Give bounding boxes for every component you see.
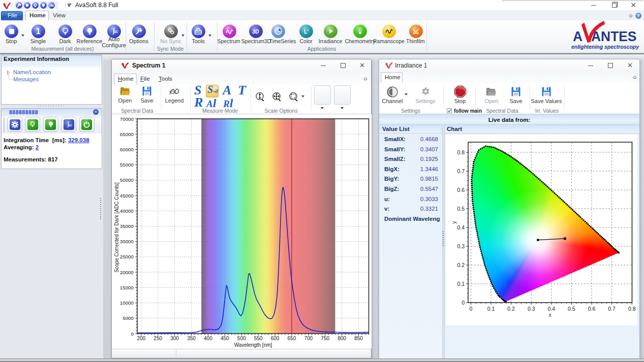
svg-text:200: 200 [137, 336, 145, 341]
svg-text:40000: 40000 [120, 208, 134, 214]
svg-text:0.3: 0.3 [528, 306, 535, 312]
svg-text:450: 450 [221, 336, 229, 341]
svg-text:0.5: 0.5 [568, 306, 575, 312]
svg-text:30000: 30000 [120, 239, 134, 244]
svg-text:0.1: 0.1 [487, 306, 495, 312]
svg-text:0.8: 0.8 [628, 306, 636, 312]
svg-text:0.7: 0.7 [457, 168, 465, 174]
svg-text:65000: 65000 [120, 131, 134, 137]
svg-text:0.4: 0.4 [547, 306, 555, 312]
svg-text:400: 400 [204, 336, 212, 341]
svg-text:0: 0 [469, 306, 472, 312]
svg-text:15000: 15000 [120, 285, 134, 290]
svg-text:45000: 45000 [120, 193, 134, 199]
svg-text:0.8: 0.8 [457, 149, 465, 155]
svg-text:600: 600 [271, 336, 280, 341]
svg-text:0.6: 0.6 [588, 306, 596, 312]
svg-text:800: 800 [338, 336, 346, 341]
svg-text:50000: 50000 [120, 177, 134, 183]
svg-text:750: 750 [321, 336, 329, 341]
svg-text:Wavelength [nm]: Wavelength [nm] [234, 342, 272, 348]
svg-text:ac: ac [113, 29, 118, 34]
svg-text:0.2: 0.2 [507, 306, 515, 312]
svg-text:0: 0 [131, 331, 134, 337]
svg-text:5000: 5000 [122, 315, 134, 321]
svg-text:Scope Corrected for Dark [ADC: Scope Corrected for Dark [ADC Counts] [114, 182, 119, 273]
svg-text:250: 250 [154, 336, 162, 341]
svg-text:0.4: 0.4 [457, 224, 465, 231]
svg-text:550: 550 [254, 336, 263, 341]
svg-text:60000: 60000 [120, 147, 134, 152]
svg-text:0.5: 0.5 [457, 206, 465, 212]
svg-text:850: 850 [354, 336, 363, 341]
svg-text:y: y [451, 221, 457, 224]
svg-text:ac: ac [68, 123, 72, 127]
svg-text:700: 700 [304, 336, 313, 341]
svg-text:650: 650 [288, 336, 296, 341]
svg-text:0: 0 [462, 300, 465, 306]
svg-text:0.1: 0.1 [457, 281, 465, 287]
svg-text:350: 350 [187, 336, 196, 341]
svg-text:0.2: 0.2 [457, 262, 465, 268]
svg-text:0.3: 0.3 [457, 243, 465, 249]
svg-text:300: 300 [170, 336, 179, 341]
svg-text:10000: 10000 [120, 300, 134, 306]
svg-text:x: x [549, 312, 551, 318]
svg-text:20000: 20000 [120, 270, 134, 275]
svg-text:500: 500 [237, 336, 246, 341]
svg-text:25000: 25000 [120, 254, 134, 259]
svg-text:70000: 70000 [120, 116, 134, 122]
svg-text:55000: 55000 [120, 162, 134, 168]
svg-text:0.7: 0.7 [608, 306, 616, 312]
svg-text:0.6: 0.6 [457, 187, 465, 193]
svg-text:35000: 35000 [120, 223, 134, 229]
